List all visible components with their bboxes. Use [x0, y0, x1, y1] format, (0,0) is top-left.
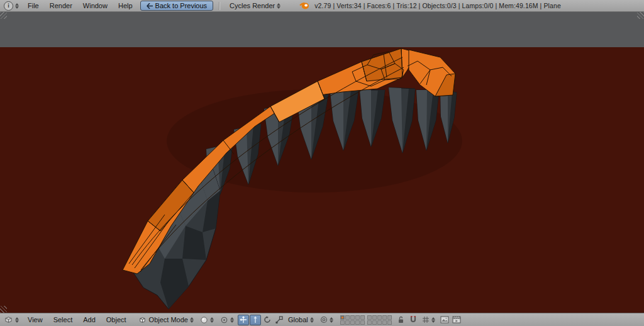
manipulator-scale-button[interactable] [274, 315, 285, 325]
snap-magnet-icon [409, 316, 417, 323]
chevron-updown-icon [15, 317, 19, 323]
layers-widget [340, 315, 392, 325]
scale-square-icon [275, 316, 283, 323]
layer-cell[interactable] [387, 320, 392, 325]
layer-cell[interactable] [350, 315, 355, 320]
menu-render[interactable]: Render [45, 1, 77, 10]
layer-cell[interactable] [377, 320, 382, 325]
manipulator-hand-icon [240, 316, 247, 323]
pivot-center-icon [220, 316, 228, 324]
layer-cell[interactable] [340, 315, 345, 320]
proportional-editing-icon [320, 316, 328, 323]
chevron-updown-icon [330, 317, 333, 323]
back-arrow-icon [147, 3, 153, 9]
transform-orientation-select[interactable]: Global [286, 316, 317, 323]
render-image-icon [440, 316, 449, 323]
3d-view-editor-icon [4, 315, 13, 324]
viewport-canvas [0, 12, 644, 313]
manipulator-rotate-button[interactable] [262, 315, 273, 325]
layer-cell[interactable] [377, 315, 382, 320]
layer-cell[interactable] [367, 315, 372, 320]
layer-cell[interactable] [355, 320, 360, 325]
chevron-updown-icon [210, 317, 214, 323]
layer-group-left [340, 315, 365, 325]
proportional-editing-select[interactable] [318, 316, 336, 323]
viewport-sky [0, 12, 644, 47]
blender-window: i File Render Window Help Back to Previo… [0, 0, 644, 326]
orientation-value: Global [288, 316, 308, 323]
area-corner-handle[interactable] [0, 306, 7, 313]
lock-to-scene-button[interactable] [396, 315, 407, 325]
chevron-updown-icon [15, 3, 19, 9]
layer-cell[interactable] [360, 320, 365, 325]
translate-arrow-icon [252, 316, 259, 323]
layer-cell[interactable] [387, 315, 392, 320]
render-animation-icon [452, 316, 461, 323]
render-engine-value: Cycles Render [230, 2, 275, 9]
menu-window[interactable]: Window [78, 1, 113, 10]
manipulator-toggle-button[interactable] [238, 315, 249, 325]
editor-type-select-3dview[interactable] [3, 315, 22, 324]
editor-type-select-info[interactable]: i [3, 1, 22, 11]
layer-cell[interactable] [345, 320, 350, 325]
opengl-render-animation-button[interactable] [451, 315, 462, 325]
layer-cell[interactable] [350, 320, 355, 325]
back-to-previous-button[interactable]: Back to Previous [140, 1, 214, 11]
menu-add[interactable]: Add [78, 315, 101, 324]
viewport-shading-select[interactable] [197, 316, 217, 324]
layer-cell[interactable] [372, 320, 377, 325]
chevron-updown-icon [190, 317, 194, 323]
menu-view[interactable]: View [23, 315, 48, 324]
chevron-updown-icon [431, 317, 435, 323]
layer-cell[interactable] [340, 320, 345, 325]
viewport-3d[interactable] [0, 12, 644, 313]
layer-cell[interactable] [345, 315, 350, 320]
menu-help[interactable]: Help [113, 1, 138, 10]
shading-sphere-icon [200, 316, 208, 324]
lock-icon [397, 316, 404, 323]
menu-object[interactable]: Object [101, 315, 131, 324]
layer-cell[interactable] [382, 320, 387, 325]
layer-cell[interactable] [355, 315, 360, 320]
separator [219, 2, 219, 10]
snap-increment-icon [422, 316, 430, 323]
chevron-updown-icon [230, 317, 234, 323]
mode-select[interactable]: Object Mode [136, 316, 197, 324]
blender-logo-icon [299, 1, 309, 10]
chevron-updown-icon [310, 317, 314, 323]
layer-cell[interactable] [360, 315, 365, 320]
mode-value: Object Mode [149, 316, 188, 323]
snap-element-select[interactable] [419, 316, 438, 323]
object-mode-icon [138, 316, 147, 324]
layer-cell[interactable] [367, 320, 372, 325]
rotate-arc-icon [264, 316, 271, 323]
bottom-header-bar: View Select Add Object Object Mode [0, 313, 644, 326]
menu-select[interactable]: Select [48, 315, 78, 324]
snap-toggle-button[interactable] [408, 315, 419, 325]
layer-cell[interactable] [382, 315, 387, 320]
layer-cell[interactable] [372, 315, 377, 320]
top-header-bar: i File Render Window Help Back to Previo… [0, 0, 644, 12]
pivot-point-select[interactable] [218, 316, 237, 324]
chevron-updown-icon [277, 3, 280, 9]
area-corner-handle[interactable] [637, 12, 644, 19]
render-engine-select[interactable]: Cycles Render [223, 2, 299, 9]
menu-file[interactable]: File [23, 1, 44, 10]
area-corner-handle[interactable] [0, 12, 7, 19]
back-button-label: Back to Previous [155, 2, 208, 9]
manipulator-translate-button[interactable] [250, 315, 261, 325]
info-editor-icon: i [4, 1, 13, 11]
layer-group-right [367, 315, 392, 325]
opengl-render-image-button[interactable] [439, 315, 450, 325]
scene-stats-text: v2.79 | Verts:34 | Faces:6 | Tris:12 | O… [314, 2, 561, 9]
